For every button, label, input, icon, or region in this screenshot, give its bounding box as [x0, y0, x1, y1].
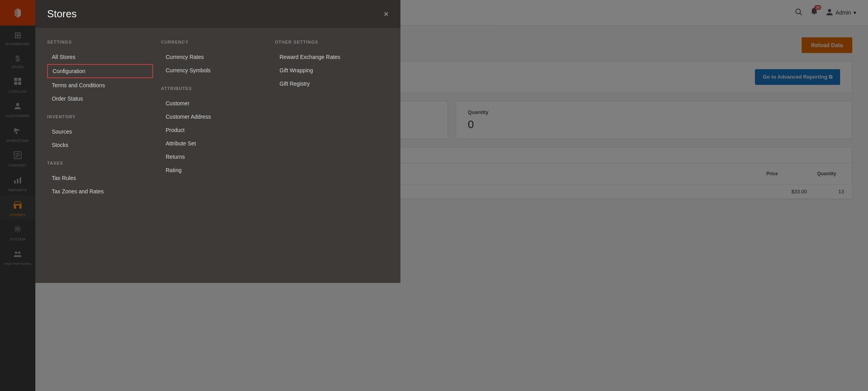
modal-item-stocks[interactable]: Stocks [47, 139, 153, 151]
modal-col-currency: Currency Currency Rates Currency Symbols… [161, 40, 275, 198]
modal-col-settings: Settings All Stores Configuration Terms … [47, 40, 161, 198]
modal-item-customer-address[interactable]: Customer Address [161, 110, 267, 123]
modal-item-all-stores[interactable]: All Stores [47, 51, 153, 63]
modal-item-gift-wrapping[interactable]: Gift Wrapping [275, 64, 381, 77]
stores-modal: Stores × Settings All Stores Configurati… [35, 0, 400, 283]
modal-item-tax-rules[interactable]: Tax Rules [47, 172, 153, 184]
modal-item-gift-registry[interactable]: Gift Registry [275, 77, 381, 90]
attributes-section: Attributes Customer Customer Address Pro… [161, 86, 267, 176]
modal-item-product-attr[interactable]: Product [161, 124, 267, 136]
taxes-header: Taxes [47, 161, 153, 165]
modal-item-currency-rates[interactable]: Currency Rates [161, 51, 267, 63]
attributes-header: Attributes [161, 86, 267, 91]
taxes-section: Taxes Tax Rules Tax Zones and Rates [47, 161, 153, 198]
modal-item-customer-attr[interactable]: Customer [161, 97, 267, 110]
currency-header: Currency [161, 40, 267, 44]
modal-item-sources[interactable]: Sources [47, 125, 153, 138]
modal-item-reward-exchange[interactable]: Reward Exchange Rates [275, 51, 381, 63]
modal-item-configuration[interactable]: Configuration [47, 64, 153, 78]
inventory-section: Inventory Sources Stocks [47, 114, 153, 151]
modal-col-other: Other Settings Reward Exchange Rates Gif… [275, 40, 389, 198]
modal-item-terms-conditions[interactable]: Terms and Conditions [47, 79, 153, 92]
settings-header: Settings [47, 40, 153, 44]
modal-overlay[interactable]: Stores × Settings All Stores Configurati… [0, 0, 868, 391]
modal-close-button[interactable]: × [384, 10, 389, 18]
other-settings-header: Other Settings [275, 40, 381, 44]
modal-item-returns[interactable]: Returns [161, 151, 267, 163]
modal-item-rating[interactable]: Rating [161, 164, 267, 176]
modal-item-currency-symbols[interactable]: Currency Symbols [161, 64, 267, 77]
modal-header: Stores × [35, 0, 400, 28]
modal-body: Settings All Stores Configuration Terms … [35, 28, 400, 206]
inventory-header: Inventory [47, 114, 153, 119]
modal-title: Stores [47, 8, 77, 20]
modal-item-tax-zones[interactable]: Tax Zones and Rates [47, 185, 153, 198]
modal-item-order-status[interactable]: Order Status [47, 92, 153, 105]
modal-item-attribute-set[interactable]: Attribute Set [161, 137, 267, 150]
